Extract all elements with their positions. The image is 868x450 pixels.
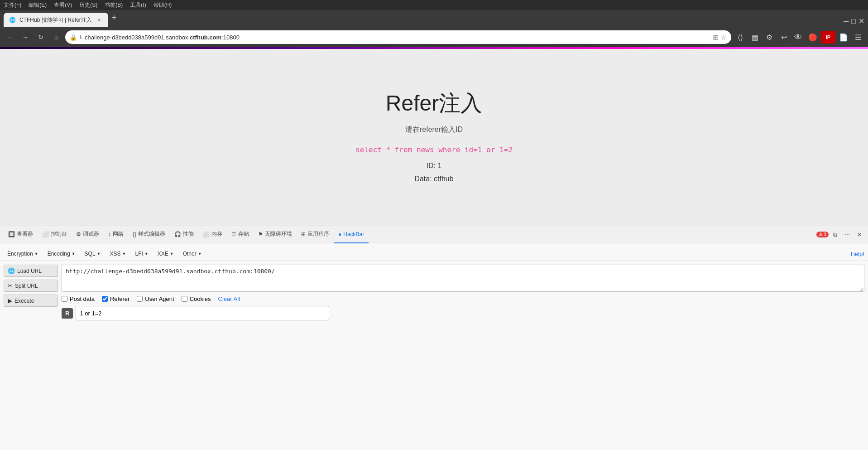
lfi-label: LFI	[135, 251, 143, 257]
devtools-tab-app[interactable]: ⊞ 应用程序	[297, 226, 334, 243]
storage-icon: ☰	[231, 231, 236, 237]
cookies-checkbox[interactable]	[182, 296, 187, 302]
menu-history[interactable]: 历史(S)	[79, 1, 97, 9]
tab-bar: 🌐 CTFHub 技能学习 | Refer注入 ✕ + ─ □ ✕	[0, 10, 868, 27]
reader-button[interactable]: 👁	[792, 31, 805, 44]
console-icon: ⬜	[42, 231, 49, 237]
hackbar-panel: Encryption ▼ Encoding ▼ SQL ▼ XSS ▼ LFI	[0, 243, 868, 328]
encryption-menu[interactable]: Encryption ▼	[4, 249, 42, 259]
devtools-tab-performance[interactable]: 🎧 性能	[170, 226, 198, 243]
clear-all-button[interactable]: Clear All	[218, 295, 240, 302]
referer-checkbox-label[interactable]: Referer	[102, 295, 129, 302]
app-icon: ⊞	[301, 231, 306, 237]
extensions-button[interactable]: ⟨⟩	[734, 31, 747, 44]
hackbar-tab-icon: ●	[338, 231, 341, 237]
minimize-button[interactable]: ─	[844, 17, 849, 25]
network-icon: ↕	[108, 231, 111, 237]
devtools-dock-button[interactable]: ⧉	[830, 230, 840, 240]
browser-tab[interactable]: 🌐 CTFHub 技能学习 | Refer注入 ✕	[4, 13, 108, 27]
close-button[interactable]: ✕	[858, 17, 864, 25]
page-query: select * from news where id=1 or 1=2	[355, 145, 513, 154]
hackbar-body: 🌐 Load URL ✂ Split URL ▶ Execute http://…	[0, 261, 868, 324]
browser-window: 文件(F) 编辑(E) 查看(V) 历史(S) 书签(B) 工具(I) 帮助(H…	[0, 0, 868, 450]
sql-arrow-icon: ▼	[97, 252, 101, 256]
back-alt-button[interactable]: ↩	[777, 31, 790, 44]
user-agent-checkbox-label[interactable]: User Agent	[137, 295, 174, 302]
xss-arrow-icon: ▼	[122, 252, 126, 256]
menu-view[interactable]: 查看(V)	[54, 1, 72, 9]
security-icon: 🔒	[70, 34, 77, 41]
menu-help[interactable]: 帮助(H)	[153, 1, 172, 9]
nav-bar: ← → ↻ ⌂ 🔒 ℹ challenge-d3bedd038a599d91.s…	[0, 27, 868, 47]
tab-title: CTFHub 技能学习 | Refer注入	[19, 16, 92, 24]
devtools-tab-bar: 🔲 查看器 ⬜ 控制台 ⚙ 调试器 ↕ 网络 {} 样式编辑器 🎧 性能	[0, 226, 868, 243]
lfi-menu[interactable]: LFI ▼	[131, 249, 152, 259]
devtools-tab-accessibility[interactable]: ⚑ 无障碍环境	[254, 226, 297, 243]
devtools-tab-hackbar[interactable]: ● HackBar	[334, 226, 369, 243]
home-button[interactable]: ⌂	[50, 31, 62, 44]
other-arrow-icon: ▼	[198, 252, 202, 256]
referer-badge: R	[62, 308, 73, 319]
tab-close-button[interactable]: ✕	[96, 16, 103, 24]
devtools-tab-debugger[interactable]: ⚙ 调试器	[72, 226, 104, 243]
page-id: ID: 1	[355, 160, 513, 173]
tab-favicon: 🌐	[9, 17, 16, 23]
sql-label: SQL	[85, 251, 96, 257]
other-label: Other	[183, 251, 197, 257]
memory-icon: ⬜	[203, 231, 210, 237]
address-bar[interactable]: 🔒 ℹ challenge-d3bedd038a599d91.sandbox.c…	[65, 30, 731, 44]
qr-icon[interactable]: ⊞	[713, 33, 719, 42]
inspector-icon: 🔲	[8, 231, 15, 237]
devtools-tab-network[interactable]: ↕ 网络	[104, 226, 128, 243]
encoding-arrow-icon: ▼	[72, 252, 76, 256]
menu-bookmarks[interactable]: 书签(B)	[105, 1, 123, 9]
hackbar-left-panel: 🌐 Load URL ✂ Split URL ▶ Execute	[4, 265, 58, 320]
nav-icons: ⟨⟩ ▤ ⚙ ↩ 👁 🔴 IP 📄 ☰	[734, 31, 864, 44]
referer-input[interactable]	[76, 306, 329, 320]
devtools-tab-inspector[interactable]: 🔲 查看器	[4, 226, 38, 243]
encoding-menu[interactable]: Encoding ▼	[44, 249, 79, 259]
reload-button[interactable]: ↻	[34, 31, 47, 44]
load-url-button[interactable]: 🌐 Load URL	[4, 265, 58, 277]
xxe-menu[interactable]: XXE ▼	[154, 249, 177, 259]
new-tab-button[interactable]: +	[112, 13, 117, 23]
addon3-button[interactable]: 📄	[837, 31, 850, 44]
style-editor-icon: {}	[133, 231, 136, 237]
devtools-close-button[interactable]: ✕	[854, 230, 864, 240]
post-data-checkbox-label[interactable]: Post data	[62, 295, 95, 302]
hackbar-help[interactable]: Help!	[851, 251, 864, 257]
referer-checkbox[interactable]	[102, 296, 108, 302]
execute-button[interactable]: ▶ Execute	[4, 295, 58, 307]
back-button[interactable]: ←	[4, 31, 16, 44]
devtools-tab-memory[interactable]: ⬜ 内存	[198, 226, 227, 243]
other-menu[interactable]: Other ▼	[179, 249, 206, 259]
error-badge: ⚠ 1	[816, 232, 829, 237]
hackbar-main-panel: http://challenge-d3bedd038a599d91.sandbo…	[62, 265, 864, 320]
devtools-more-button[interactable]: ⋯	[842, 230, 853, 240]
split-url-button[interactable]: ✂ Split URL	[4, 280, 58, 292]
menu-button[interactable]: ☰	[852, 31, 864, 44]
devtools-tab-style-editor[interactable]: {} 样式编辑器	[128, 226, 170, 243]
maximize-button[interactable]: □	[851, 17, 856, 25]
tab-manager-button[interactable]: ▤	[748, 31, 761, 44]
menu-file[interactable]: 文件(F)	[4, 1, 21, 9]
xss-menu[interactable]: XSS ▼	[106, 249, 130, 259]
encryption-label: Encryption	[7, 251, 33, 257]
execute-icon: ▶	[8, 297, 12, 304]
cookies-checkbox-label[interactable]: Cookies	[182, 295, 211, 302]
devtools-tab-storage[interactable]: ☰ 存储	[227, 226, 254, 243]
bookmark-icon[interactable]: ☆	[720, 33, 727, 42]
addon1-button[interactable]: 🔴	[806, 31, 819, 44]
addon2-button[interactable]: IP	[821, 31, 835, 44]
user-agent-checkbox[interactable]	[137, 296, 143, 302]
post-data-checkbox[interactable]	[62, 296, 67, 302]
sql-menu[interactable]: SQL ▼	[81, 249, 105, 259]
forward-button[interactable]: →	[19, 31, 32, 44]
menu-edit[interactable]: 编辑(E)	[29, 1, 47, 9]
menu-tools[interactable]: 工具(I)	[130, 1, 146, 9]
devtools-panel: 🔲 查看器 ⬜ 控制台 ⚙ 调试器 ↕ 网络 {} 样式编辑器 🎧 性能	[0, 226, 868, 450]
devtools-tab-console[interactable]: ⬜ 控制台	[38, 226, 72, 243]
profile-button[interactable]: ⚙	[763, 31, 776, 44]
page-content-area: Refer注入 请在referer输入ID select * from news…	[0, 49, 868, 226]
url-input[interactable]: http://challenge-d3bedd038a599d91.sandbo…	[62, 265, 864, 292]
